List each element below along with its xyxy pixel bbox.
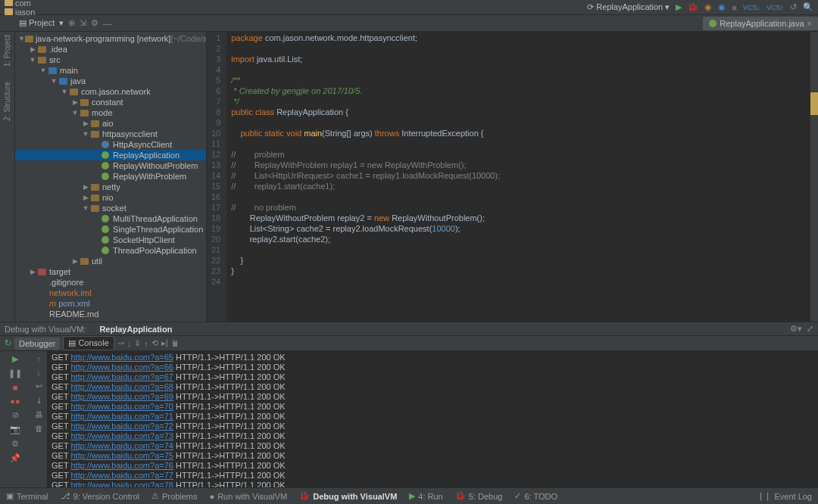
debugger-tab[interactable]: Debugger [14, 338, 60, 350]
project-tree-panel: ▼java-network-programming [network] [~/C… [15, 32, 207, 322]
vcs-update-icon[interactable]: VCS↓ [743, 4, 760, 11]
print-icon[interactable]: 🖶 [35, 410, 43, 419]
mute-breakpoints-icon[interactable]: ⊘ [12, 410, 19, 420]
structure-tool-button[interactable]: 2: Structure [3, 82, 11, 121]
scroll-end-icon[interactable]: ⤓ [36, 396, 42, 406]
debug-session-name[interactable]: ReplayApplication [99, 325, 172, 334]
tree-row[interactable]: ▶netty [15, 182, 206, 192]
step-out-icon[interactable]: ↑ [144, 339, 148, 348]
tree-row[interactable]: ▼com.jason.network [15, 86, 206, 97]
step-into-icon[interactable]: ↓ [127, 339, 132, 348]
debug-visualvm-button[interactable]: 🐞 Debug with VisualVM [299, 491, 397, 501]
tree-row[interactable]: ▼java-network-programming [network] [~/C… [15, 33, 206, 44]
close-icon[interactable]: × [807, 19, 812, 28]
problems-button[interactable]: ⚠ Problems [151, 491, 197, 501]
tree-row[interactable]: ▼main [15, 65, 206, 76]
scroll-from-source-icon[interactable]: ⊕ [68, 18, 75, 28]
resume-icon[interactable]: ▶ [12, 354, 18, 364]
run-icon[interactable]: ▶ [676, 2, 682, 12]
down-icon[interactable]: ↓ [36, 368, 41, 377]
console-side-toolbar: ↑ ↓ ↩ ⤓ 🖶 🗑 [30, 351, 47, 487]
collapse-all-icon[interactable]: ⇲ [80, 18, 86, 28]
run-button[interactable]: ▶ 4: Run [409, 491, 442, 501]
tree-row[interactable]: ▼mode [15, 107, 206, 118]
tree-row[interactable]: README.md [15, 309, 206, 319]
debug-session-label: Debug with VisualVM: [5, 325, 86, 334]
get-thread-dump-icon[interactable]: 📷 [10, 425, 20, 434]
soft-wrap-icon[interactable]: ↩ [36, 381, 42, 391]
tree-row[interactable]: ▼httpasyncclient [15, 129, 206, 139]
tree-row[interactable]: MultiThreadApplication [15, 213, 206, 224]
project-dropdown-icon[interactable]: ▾ [59, 18, 64, 28]
code-editor[interactable]: 123456789101112131415161718192021222324 … [207, 32, 810, 322]
status-bar: ▣ Terminal ⎇ 9: Version Control ⚠ Proble… [0, 487, 818, 504]
force-step-into-icon[interactable]: ⇓ [134, 338, 141, 348]
tree-row[interactable]: ReplayWithoutProblem [15, 160, 206, 171]
run-to-cursor-icon[interactable]: ▸| [161, 338, 168, 348]
editor-error-stripe [810, 32, 818, 322]
sync-icon[interactable]: ↺ [790, 2, 797, 12]
terminal-button[interactable]: ▣ Terminal [6, 491, 48, 501]
breadcrumb-bar: java-network-programming src main java c… [0, 0, 818, 15]
run-config-selector[interactable]: ⟳ ReplayApplication ▾ [587, 2, 670, 12]
pause-icon[interactable]: ❚❚ [8, 369, 22, 378]
tree-row[interactable]: m pom.xml [15, 298, 206, 309]
search-icon[interactable]: 🔍 [803, 2, 813, 12]
tree-row[interactable]: ▶target [15, 266, 206, 277]
tree-row[interactable]: ▶.idea [15, 44, 206, 54]
project-tool-label[interactable]: ▤ Project [19, 18, 55, 28]
profile-icon[interactable]: ◉ [718, 2, 726, 12]
breadcrumb-item[interactable]: com [5, 0, 114, 8]
editor-tab[interactable]: ReplayApplication.java × [703, 17, 818, 30]
console-tab[interactable]: ▤ Console [63, 336, 114, 350]
version-control-button[interactable]: ⎇ 9: Version Control [61, 491, 139, 501]
tree-row[interactable]: ▶nio [15, 192, 206, 203]
console-output[interactable]: GET http://www.baidu.com?a=65 HTTP/1.1->… [47, 351, 818, 487]
debug-icon[interactable]: 🐞 [688, 2, 698, 12]
settings-icon[interactable]: ⚙ [91, 18, 98, 28]
tree-row[interactable]: SingleThreadApplication [15, 224, 206, 235]
step-over-icon[interactable]: ⤻ [117, 338, 124, 348]
class-icon [709, 20, 717, 27]
panel-pin-icon[interactable]: ⤢ [807, 324, 813, 334]
tree-row[interactable]: ▼src [15, 54, 206, 65]
tree-row[interactable]: network.iml [15, 288, 206, 298]
debug-left-toolbar: ▶ ❚❚ ■ ●● ⊘ 📷 ⚙ 📌 [0, 351, 30, 487]
secondary-toolbar: ▤ Project ▾ ⊕ ⇲ ⚙ — ReplayApplication.ja… [0, 15, 818, 32]
code-area[interactable]: package com.jason.network.mode.httpasync… [226, 32, 500, 322]
debug-button[interactable]: 🐞 5: Debug [455, 491, 503, 501]
settings2-icon[interactable]: ⚙ [11, 439, 19, 449]
left-tool-stripe: 1: Project 2: Structure [0, 32, 15, 322]
tree-row[interactable]: SocketHttpClient [15, 235, 206, 245]
project-tool-button[interactable]: 1: Project [3, 35, 11, 67]
up-icon[interactable]: ↑ [36, 354, 41, 363]
tree-row[interactable]: ▶util [15, 256, 206, 266]
debug-panel: Debug with VisualVM: ReplayApplication ⚙… [0, 322, 818, 487]
todo-button[interactable]: ✓ 6: TODO [514, 491, 557, 501]
run-visualvm-button[interactable]: ● Run with VisualVM [209, 492, 287, 501]
tree-row[interactable]: ReplayApplication [15, 150, 206, 160]
tree-row[interactable]: ▶constant [15, 97, 206, 107]
tree-row[interactable]: ▼socket [15, 203, 206, 213]
drop-frame-icon[interactable]: ⟲ [151, 338, 158, 348]
view-breakpoints-icon[interactable]: ●● [10, 397, 20, 406]
line-gutter: 123456789101112131415161718192021222324 [207, 32, 226, 322]
pin-icon[interactable]: 📌 [10, 453, 20, 463]
tree-row[interactable]: ▶aio [15, 118, 206, 129]
hide-icon[interactable]: — [103, 19, 111, 28]
clear-icon[interactable]: 🗑 [35, 424, 43, 433]
tree-row[interactable]: ThreadPoolApplication [15, 245, 206, 256]
restart-icon[interactable]: ↻ [5, 338, 11, 348]
tree-row[interactable]: ReplayWithProblem [15, 171, 206, 182]
stop-icon[interactable]: ■ [732, 3, 737, 12]
event-log-button[interactable]: ❘❘ Event Log [757, 491, 812, 501]
tab-label: ReplayApplication.java [720, 19, 804, 28]
stop-debug-icon[interactable]: ■ [13, 383, 18, 392]
tree-row[interactable]: HttpAsyncClient [15, 139, 206, 150]
tree-row[interactable]: ▼java [15, 76, 206, 86]
tree-row[interactable]: .gitignore [15, 277, 206, 288]
vcs-commit-icon[interactable]: VCS↑ [766, 4, 784, 11]
coverage-icon[interactable]: ◉ [704, 2, 712, 12]
evaluate-icon[interactable]: 🖩 [171, 339, 180, 348]
panel-settings-icon[interactable]: ⚙▾ [790, 324, 802, 334]
